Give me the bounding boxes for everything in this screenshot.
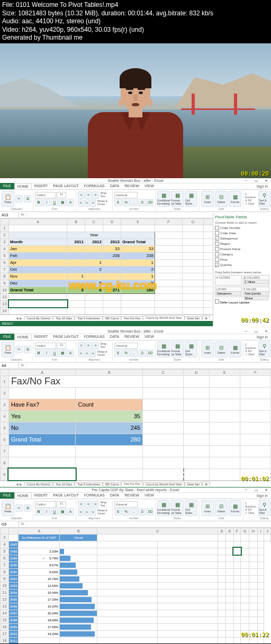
pivot-field[interactable]: Quantity	[215, 262, 269, 268]
format-button[interactable]: ▦Format	[229, 500, 241, 516]
signin-link[interactable]: Sign in	[257, 335, 268, 339]
name-box[interactable]: G5	[0, 521, 19, 527]
pivot-field[interactable]: Salesperson	[215, 236, 269, 241]
home-tab[interactable]: HOME	[14, 492, 32, 499]
sheet-tab[interactable]: Fax No Fax	[121, 482, 143, 486]
name-box[interactable]: A13	[0, 212, 19, 218]
close-button[interactable]: ✕	[261, 329, 271, 334]
cell-styles-button[interactable]: ▦Cell Styles	[185, 500, 197, 516]
delete-button[interactable]: ⊟Delete	[215, 191, 228, 207]
home-tab[interactable]: HOME	[14, 183, 32, 189]
review-tab[interactable]: REVIEW	[122, 183, 142, 189]
minimize-button[interactable]: ─	[241, 487, 251, 493]
font-select[interactable]: Calibri	[35, 192, 56, 198]
delete-button[interactable]: ⊟Delete	[215, 342, 228, 357]
maximize-button[interactable]: ▭	[251, 178, 261, 183]
data-tab[interactable]: DATA	[107, 183, 122, 189]
cell-styles-button[interactable]: ▦Cell Styles	[185, 191, 197, 207]
home-tab[interactable]: HOME	[14, 334, 32, 340]
view-tab[interactable]: VIEW	[142, 334, 157, 340]
data-tab[interactable]: DATA	[107, 492, 122, 499]
conditional-formatting-button[interactable]: ▦Conditional Formatting	[157, 191, 170, 207]
font-size[interactable]: 11	[57, 192, 66, 198]
sheet-tab[interactable]: Top 5 Industries	[75, 482, 102, 486]
sheet-tab[interactable]: Count By District	[24, 482, 53, 486]
sheet-tab[interactable]: Top 10 Zips	[53, 316, 75, 320]
review-tab[interactable]: REVIEW	[122, 492, 142, 499]
format-as-table-button[interactable]: ▦Format as Table	[171, 500, 184, 516]
sheet-tab[interactable]: Count by Month And Year	[143, 482, 184, 486]
font-size[interactable]: 11	[57, 343, 66, 349]
new-sheet-button[interactable]: ⊕	[202, 482, 210, 486]
sheet-tab[interactable]: SB Count	[103, 482, 122, 486]
file-tab[interactable]: FILE	[0, 492, 14, 499]
insert-button[interactable]: ⊞Insert	[201, 500, 214, 516]
conditional-formatting-button[interactable]: ▦Conditional Formatting	[157, 342, 170, 357]
sheet-tab[interactable]: Data Set	[185, 316, 202, 320]
filters-area[interactable]: ▼ FILTERS	[215, 275, 242, 286]
sort-&-filter-button[interactable]: ⚲Sort & Filter	[258, 500, 270, 516]
fx-icon[interactable]: fx	[19, 521, 26, 527]
sheet-tab[interactable]: Top 10 Zips	[53, 482, 75, 486]
pivot-field[interactable]: Product Name	[215, 246, 269, 252]
sheet-tab[interactable]: Fax No Fax	[121, 316, 143, 320]
maximize-button[interactable]: ▭	[251, 487, 261, 493]
worksheet-grid[interactable]: ABCDEF 1Fax/No Fax 2 3Have Fax?Count 4Ye…	[0, 369, 271, 481]
pivot-field[interactable]: Price	[215, 257, 269, 262]
page-layout-tab[interactable]: PAGE LAYOUT	[50, 183, 81, 189]
rows-area[interactable]: ≡ ROWSSalesperson	[215, 287, 242, 297]
sheet-tab[interactable]: Top 5 Industries	[75, 316, 102, 320]
formulas-tab[interactable]: FORMULAS	[82, 492, 107, 499]
pivot-field[interactable]: Order Number	[215, 225, 269, 231]
values-area[interactable]: Σ VALUESTotal QuantitySDave	[243, 287, 270, 297]
view-tab[interactable]: VIEW	[142, 183, 157, 189]
signin-link[interactable]: Sign in	[257, 185, 268, 188]
file-tab[interactable]: FILE	[0, 183, 14, 189]
pivot-field[interactable]: Category	[215, 252, 269, 257]
page-layout-tab[interactable]: PAGE LAYOUT	[50, 334, 81, 340]
sort-&-filter-button[interactable]: ⚲Sort & Filter	[258, 342, 270, 357]
format-button[interactable]: ▦Format	[229, 191, 241, 207]
paste-button[interactable]: 📋Paste	[2, 191, 14, 207]
sheet-tab[interactable]: Count by Month And Year	[143, 316, 184, 320]
font-size[interactable]: 11	[57, 501, 66, 508]
minimize-button[interactable]: ─	[241, 329, 251, 334]
paste-button[interactable]: 📋Paste	[2, 342, 14, 357]
minimize-button[interactable]: ─	[241, 178, 251, 183]
conditional-formatting-button[interactable]: ▦Conditional Formatting	[157, 500, 170, 516]
format-as-table-button[interactable]: ▦Format as Table	[171, 342, 184, 357]
insert-tab[interactable]: INSERT	[32, 334, 51, 340]
sort-&-filter-button[interactable]: ⚲Sort & Filter	[258, 191, 270, 207]
data-tab[interactable]: DATA	[107, 334, 122, 340]
close-button[interactable]: ✕	[261, 178, 271, 183]
insert-tab[interactable]: INSERT	[32, 492, 51, 499]
insert-tab[interactable]: INSERT	[32, 183, 51, 189]
sheet-tab[interactable]: SB Count	[103, 316, 122, 320]
review-tab[interactable]: REVIEW	[122, 334, 142, 340]
paste-button[interactable]: 📋Paste	[2, 500, 14, 516]
name-box[interactable]: A9	[0, 363, 19, 369]
sheet-tab[interactable]: Data Set	[185, 482, 202, 486]
worksheet-grid[interactable]: ABCDEFGH 1 2Year 3 Month 2011 2012 2013 …	[0, 218, 225, 315]
insert-button[interactable]: ⊞Insert	[201, 342, 214, 357]
pivot-field[interactable]: Region	[215, 241, 269, 246]
delete-button[interactable]: ⊟Delete	[215, 500, 228, 516]
fx-icon[interactable]: fx	[19, 363, 26, 369]
cell-styles-button[interactable]: ▦Cell Styles	[185, 342, 197, 357]
insert-button[interactable]: ⊞Insert	[201, 191, 214, 207]
close-button[interactable]: ✕	[261, 487, 271, 493]
new-sheet-button[interactable]: ⊕	[202, 316, 210, 320]
maximize-button[interactable]: ▭	[251, 329, 261, 334]
format-as-table-button[interactable]: ▦Format as Table	[171, 191, 184, 207]
worksheet-grid[interactable]: ABCDEFGHIJ 3As Difference % of 1997Visua…	[0, 528, 271, 643]
pivot-field[interactable]: Order Date	[215, 231, 269, 236]
font-select[interactable]: Calibri	[35, 343, 56, 349]
format-button[interactable]: ▦Format	[229, 342, 241, 357]
formulas-tab[interactable]: FORMULAS	[82, 334, 107, 340]
file-tab[interactable]: FILE	[0, 334, 14, 340]
font-select[interactable]: Calibri	[35, 501, 56, 508]
view-tab[interactable]: VIEW	[142, 492, 157, 499]
page-layout-tab[interactable]: PAGE LAYOUT	[50, 492, 81, 499]
signin-link[interactable]: Sign in	[257, 494, 268, 498]
fx-icon[interactable]: fx	[19, 212, 26, 218]
